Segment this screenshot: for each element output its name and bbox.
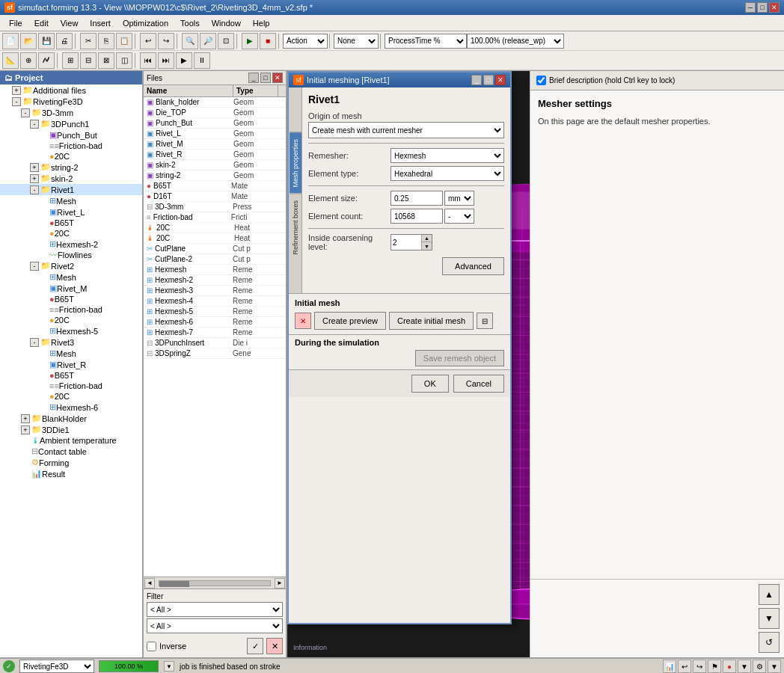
- expand-icon[interactable]: +: [12, 86, 21, 95]
- scroll-track[interactable]: [159, 580, 271, 586]
- create-preview-button[interactable]: Create preview: [314, 312, 386, 330]
- list-item-d16t[interactable]: ● D16T Mate: [144, 191, 286, 202]
- tree-item-forming[interactable]: ⚙ Forming: [0, 457, 142, 468]
- tree-item-flowlines[interactable]: 〰 Flowlines: [0, 250, 142, 260]
- tree-item-rivet2[interactable]: - 📁 Rivet2: [0, 260, 142, 271]
- filter-select-1[interactable]: < All >: [147, 602, 283, 617]
- menu-help[interactable]: Help: [247, 17, 276, 29]
- list-item-string2[interactable]: ▣ string-2 Geom: [144, 170, 286, 181]
- tb-save[interactable]: 💾: [38, 33, 55, 49]
- inverse-checkbox[interactable]: [147, 642, 156, 651]
- inside-coarsening-input[interactable]: [391, 236, 421, 249]
- scroll-left[interactable]: ◄: [144, 578, 155, 589]
- tree-item-3dpunch1[interactable]: - 📁 3DPunch1: [0, 118, 142, 129]
- tb-anim2[interactable]: ⏭: [158, 52, 174, 69]
- list-item-skin2[interactable]: ▣ skin-2 Geom: [144, 160, 286, 170]
- list-item-rivet-m[interactable]: ▣ Rivet_M Geom: [144, 139, 286, 150]
- tree-item-punch-but[interactable]: ▣ Punch_But: [0, 129, 142, 141]
- list-item-die-top[interactable]: ▣ Die_TOP Geom: [144, 108, 286, 118]
- status-btn-4[interactable]: ⚑: [708, 660, 721, 673]
- tb-undo[interactable]: ↩: [140, 33, 156, 49]
- status-btn-2[interactable]: ↩: [678, 660, 691, 673]
- tb-paste[interactable]: 📋: [116, 33, 132, 49]
- expand-icon-6[interactable]: +: [30, 174, 39, 183]
- tb-anim1[interactable]: ⏮: [140, 52, 156, 69]
- close-button[interactable]: ✕: [769, 2, 780, 13]
- tree-item-ambient-temp[interactable]: 🌡 Ambient temperature: [0, 435, 142, 446]
- tree-item-hexmesh6[interactable]: ⊞ Hexmesh-6: [0, 402, 142, 413]
- tree-item-b65t-1[interactable]: ● B65T: [0, 218, 142, 228]
- element-size-unit[interactable]: mm: [444, 191, 474, 206]
- status-btn-1[interactable]: 📊: [663, 660, 676, 673]
- tree-item-additional-files[interactable]: + 📁 Additional files: [0, 84, 142, 96]
- list-item-friction-bad[interactable]: ≡ Friction-bad Fricti: [144, 212, 286, 223]
- tb-run[interactable]: ▶: [242, 33, 258, 49]
- tb-anim4[interactable]: ⏸: [194, 52, 210, 69]
- action-select[interactable]: Action: [283, 34, 328, 49]
- tree-item-result[interactable]: 📊 Result: [0, 468, 142, 479]
- element-type-select[interactable]: Hexahedral: [391, 166, 504, 181]
- nav-down-button[interactable]: ▼: [759, 608, 780, 629]
- list-item-cutplane[interactable]: ✂ CutPlane Cut p: [144, 244, 286, 254]
- tb-mesh4[interactable]: ◫: [116, 52, 132, 69]
- tb-zoom-fit[interactable]: ⊡: [218, 33, 234, 49]
- advanced-button[interactable]: Advanced: [442, 257, 504, 275]
- tb-mesh1[interactable]: ⊞: [62, 52, 79, 69]
- tree-item-mesh-r3[interactable]: ⊞ Mesh: [0, 348, 142, 359]
- tree-item-friction-bad[interactable]: ≡≡ Friction-bad: [0, 141, 142, 151]
- tree-item-contact-table[interactable]: ⊟ Contact table: [0, 446, 142, 457]
- dialog-minimize-btn[interactable]: _: [471, 75, 482, 85]
- files-list[interactable]: ▣ Blank_holder Geom ▣ Die_TOP Geom ▣ Pun…: [144, 97, 286, 577]
- list-item-hexmesh-7[interactable]: ⊞ Hexmesh-7 Reme: [144, 328, 286, 338]
- tree-item-20c-2[interactable]: ● 20C: [0, 228, 142, 239]
- tb-axis[interactable]: ⊕: [20, 52, 37, 69]
- create-initial-mesh-button[interactable]: Create initial mesh: [389, 312, 474, 330]
- menu-window[interactable]: Window: [206, 17, 247, 29]
- ok-button[interactable]: OK: [411, 375, 449, 393]
- list-item-b65t[interactable]: ● B65T Mate: [144, 181, 286, 191]
- tree-item-rivet3[interactable]: - 📁 Rivet3: [0, 336, 142, 348]
- origin-select[interactable]: Create mesh with current mesher: [308, 122, 504, 138]
- spinner-up-btn[interactable]: ▲: [421, 235, 432, 242]
- tree-item-rivetingfe3d[interactable]: - 📁 RivetingFe3D: [0, 96, 142, 107]
- status-btn-7[interactable]: ⚙: [753, 660, 766, 673]
- tree-item-20c-3[interactable]: ● 20C: [0, 315, 142, 325]
- element-size-input[interactable]: [391, 191, 443, 206]
- process-time-select[interactable]: ProcessTime %: [385, 34, 467, 49]
- tree-item-3d3mm[interactable]: - 📁 3D-3mm: [0, 107, 142, 118]
- menu-view[interactable]: View: [55, 17, 85, 29]
- remesher-select[interactable]: Hexmesh: [391, 148, 504, 163]
- project-tree[interactable]: + 📁 Additional files - 📁 RivetingFe3D - …: [0, 84, 142, 657]
- expand-icon-8[interactable]: -: [30, 262, 39, 271]
- tree-item-hexmesh2[interactable]: ⊞ Hexmesh-2: [0, 239, 142, 250]
- tb-zoom-in[interactable]: 🔍: [182, 33, 198, 49]
- list-item-3dspringz[interactable]: ⊟ 3DSpringZ Gene: [144, 348, 286, 359]
- status-btn-6[interactable]: ▼: [738, 660, 751, 673]
- list-item-hexmesh-5[interactable]: ⊞ Hexmesh-5 Reme: [144, 307, 286, 317]
- list-item-3dpunchinsert[interactable]: ⊟ 3DPunchInsert Die i: [144, 338, 286, 348]
- expand-icon-2[interactable]: -: [12, 97, 21, 106]
- tree-item-rivet-m[interactable]: ▣ Rivet_M: [0, 283, 142, 294]
- list-item-rivet-r[interactable]: ▣ Rivet_R Geom: [144, 150, 286, 160]
- mid-maximize-btn[interactable]: □: [260, 73, 271, 83]
- list-item-3d3mm[interactable]: ⊟ 3D-3mm Press: [144, 202, 286, 212]
- tb-mesh2[interactable]: ⊟: [80, 52, 97, 69]
- tb-mesh3[interactable]: ⊠: [98, 52, 114, 69]
- tree-item-friction-bad2[interactable]: ≡≡ Friction-bad: [0, 304, 142, 315]
- expand-icon-4[interactable]: -: [30, 120, 39, 129]
- tree-item-friction-bad3[interactable]: ≡≡ Friction-bad: [0, 381, 142, 391]
- tree-item-20c-4[interactable]: ● 20C: [0, 391, 142, 402]
- menu-insert[interactable]: Insert: [84, 17, 117, 29]
- list-item-hexmesh-4[interactable]: ⊞ Hexmesh-4 Reme: [144, 296, 286, 307]
- tab-mesh-properties[interactable]: Mesh properties: [290, 132, 301, 194]
- export-icon[interactable]: ⊟: [477, 313, 493, 329]
- maximize-button[interactable]: □: [757, 2, 768, 13]
- list-item-20c-heat2[interactable]: 🌡 20C Heat: [144, 233, 286, 244]
- zoom-select[interactable]: 100.00% (release_wp): [467, 34, 564, 49]
- tree-item-b65t-3[interactable]: ● B65T: [0, 370, 142, 381]
- list-item-cutplane2[interactable]: ✂ CutPlane-2 Cut p: [144, 254, 286, 265]
- expand-icon-5[interactable]: +: [30, 163, 39, 172]
- tb-open[interactable]: 📂: [20, 33, 37, 49]
- expand-icon-9[interactable]: -: [30, 338, 39, 347]
- spinner-down-btn[interactable]: ▼: [421, 242, 432, 250]
